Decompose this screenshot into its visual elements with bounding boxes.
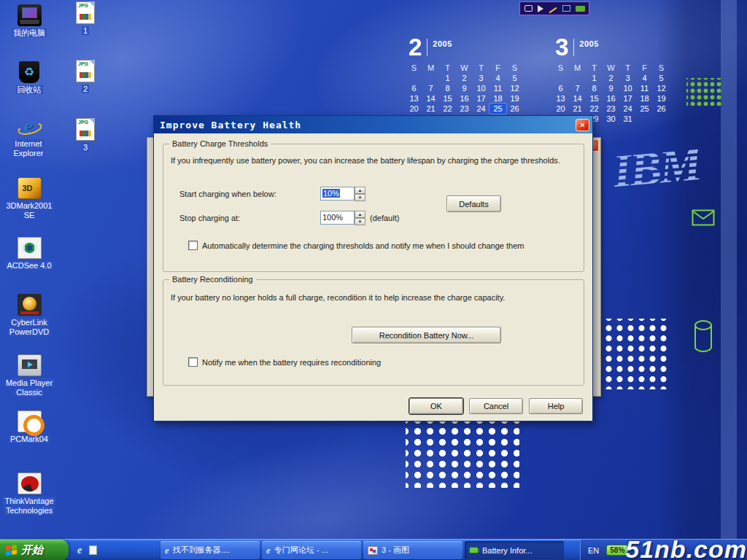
desktop-icon-acdsee-40[interactable]: ACDSee 4.0 bbox=[3, 237, 55, 271]
recondition-battery-button[interactable]: Recondition Battery Now... bbox=[352, 327, 501, 343]
internet-explorer-icon[interactable]: e bbox=[77, 545, 82, 556]
desktop-icon-label: ThinkVantage Technologies bbox=[0, 497, 58, 516]
desktop-icon-label: 我的电脑 bbox=[6, 28, 53, 38]
battery-charge-thresholds-group: Battery Charge Thresholds If you infrequ… bbox=[163, 144, 584, 272]
start-threshold-spinner[interactable]: 10% ▲ ▼ bbox=[320, 187, 365, 201]
3dmark2001-se-icon[interactable] bbox=[18, 177, 42, 199]
desktop-icon-jpg-2[interactable]: JPG2 bbox=[67, 60, 104, 94]
desktop-icon-cyberlink-powerdvd[interactable]: CyberLink PowerDVD bbox=[3, 294, 55, 337]
volume-icon[interactable] bbox=[538, 5, 543, 12]
ie-icon: e bbox=[165, 545, 169, 556]
group-legend: Battery Reconditioning bbox=[169, 275, 256, 284]
spin-down-icon[interactable]: ▼ bbox=[355, 194, 365, 201]
dialog-title: Improve Battery Health bbox=[160, 120, 301, 131]
start-charging-label: Start charging when below: bbox=[179, 190, 276, 198]
improve-battery-health-dialog: Improve Battery Health × Battery Charge … bbox=[153, 115, 593, 421]
acdsee-40-icon[interactable] bbox=[18, 237, 42, 259]
desktop-icon-label: 回收站 bbox=[6, 85, 53, 95]
task-button-label: Battery Infor... bbox=[482, 546, 532, 555]
desktop-icon-jpg-1[interactable]: JPG1 bbox=[67, 1, 104, 36]
document-icon[interactable] bbox=[89, 545, 97, 555]
pcmark04-icon[interactable] bbox=[18, 411, 42, 432]
ie-icon: e bbox=[266, 545, 271, 556]
thinkvantage-technologies-icon[interactable] bbox=[18, 472, 42, 494]
desktop-icon-label: ACDSee 4.0 bbox=[3, 261, 55, 271]
start-button[interactable]: 开始 bbox=[0, 540, 69, 560]
desktop-icon-label: Internet Explorer bbox=[3, 139, 54, 158]
jpg-badge: JPG bbox=[78, 61, 88, 66]
quick-launch: e bbox=[73, 540, 101, 560]
help-button[interactable]: Help bbox=[529, 398, 583, 414]
jpg-badge: JPG bbox=[78, 120, 88, 125]
desktop-icon-recycle-bin[interactable]: 回收站 bbox=[6, 61, 53, 95]
display-icon[interactable] bbox=[562, 5, 570, 12]
jpg-3-icon[interactable]: JPG bbox=[76, 118, 95, 141]
paint-icon bbox=[368, 546, 378, 555]
windows-logo-icon bbox=[6, 545, 17, 556]
desktop-icon-media-player-classic[interactable]: Media Player Classic bbox=[3, 354, 55, 397]
media-player-classic-icon[interactable] bbox=[18, 354, 42, 376]
thresholds-description: If you infrequently use battery power, y… bbox=[171, 156, 576, 165]
dialog-titlebar[interactable]: Improve Battery Health × bbox=[154, 116, 592, 133]
reconditioning-description: If your battery no longer holds a full c… bbox=[171, 293, 576, 302]
jpg-2-icon[interactable]: JPG bbox=[76, 60, 95, 82]
task-button-label: 找不到服务器.... bbox=[173, 545, 230, 556]
my-computer-icon[interactable] bbox=[18, 4, 42, 26]
taskbar-task-button[interactable]: e专门网论坛 - ... bbox=[262, 541, 361, 559]
desktop-icon-label: CyberLink PowerDVD bbox=[3, 318, 55, 337]
desktop-icon-label: PCMark04 bbox=[3, 435, 55, 444]
internet-explorer-icon[interactable] bbox=[17, 115, 41, 137]
battery-icon bbox=[469, 547, 479, 553]
desktop-icon-label: 3DMark2001 SE bbox=[3, 201, 55, 220]
pen-icon[interactable] bbox=[549, 7, 557, 13]
taskbar-task-button[interactable]: e找不到服务器.... bbox=[160, 541, 260, 559]
watermark: 51nb.com bbox=[625, 535, 747, 560]
task-button-label: 专门网论坛 - ... bbox=[274, 545, 328, 556]
auto-determine-checkbox[interactable] bbox=[188, 241, 198, 250]
desktop-icon-label: 1 bbox=[67, 26, 104, 36]
keyboard-icon[interactable] bbox=[576, 6, 585, 12]
desktop-icon-jpg-3[interactable]: JPG3 bbox=[67, 118, 104, 152]
cyberlink-powerdvd-icon[interactable] bbox=[18, 294, 42, 316]
spin-down-icon[interactable]: ▼ bbox=[355, 218, 365, 225]
language-indicator[interactable]: EN bbox=[588, 546, 599, 555]
desktop-icon-label: Media Player Classic bbox=[3, 378, 55, 397]
desktop-icon-label: 2 bbox=[67, 85, 104, 94]
cancel-button[interactable]: Cancel bbox=[469, 398, 523, 414]
stop-threshold-spinner[interactable]: 100% ▲ ▼ bbox=[320, 211, 365, 225]
ok-button[interactable]: OK bbox=[409, 398, 463, 414]
task-button-label: 3 - 画图 bbox=[382, 545, 409, 556]
default-note: (default) bbox=[370, 214, 399, 222]
desktop: IBM 22005SMTWTFS123456789101112131415161… bbox=[0, 0, 747, 560]
jpg-badge: JPG bbox=[78, 3, 88, 8]
taskbar-task-button[interactable]: Battery Infor... bbox=[465, 541, 564, 559]
task-buttons: e找不到服务器....e专门网论坛 - ...3 - 画图Battery Inf… bbox=[160, 541, 564, 559]
notify-recondition-checkbox[interactable] bbox=[188, 357, 198, 367]
phone-icon[interactable] bbox=[525, 5, 533, 12]
desktop-icon-thinkvantage-technologies[interactable]: ThinkVantage Technologies bbox=[0, 472, 58, 516]
stop-threshold-value[interactable]: 100% bbox=[320, 211, 355, 225]
taskbar-task-button[interactable]: 3 - 画图 bbox=[363, 541, 462, 559]
defaults-button[interactable]: Defaults bbox=[446, 195, 501, 212]
spin-up-icon[interactable]: ▲ bbox=[355, 211, 365, 218]
close-button[interactable]: × bbox=[576, 119, 589, 131]
desktop-icon-3dmark2001-se[interactable]: 3DMark2001 SE bbox=[3, 177, 55, 220]
spin-up-icon[interactable]: ▲ bbox=[355, 187, 365, 194]
jpg-1-icon[interactable]: JPG bbox=[76, 1, 95, 24]
desktop-icon-pcmark04[interactable]: PCMark04 bbox=[3, 411, 55, 444]
start-label: 开始 bbox=[21, 543, 43, 557]
stop-charging-label: Stop charging at: bbox=[179, 214, 240, 222]
recycle-bin-icon[interactable] bbox=[19, 61, 39, 83]
battery-reconditioning-group: Battery Reconditioning If your battery n… bbox=[163, 279, 584, 386]
desktop-icon-my-computer[interactable]: 我的电脑 bbox=[6, 4, 53, 38]
auto-determine-checkbox-label: Automatically determine the charging thr… bbox=[202, 241, 574, 250]
desktop-icon-internet-explorer[interactable]: Internet Explorer bbox=[3, 115, 54, 158]
start-threshold-value[interactable]: 10% bbox=[320, 187, 355, 201]
group-legend: Battery Charge Thresholds bbox=[169, 139, 271, 148]
notify-recondition-checkbox-label: Notify me when the battery requires reco… bbox=[202, 358, 552, 367]
floating-toolbar[interactable] bbox=[519, 1, 589, 15]
desktop-icon-label: 3 bbox=[67, 143, 104, 152]
